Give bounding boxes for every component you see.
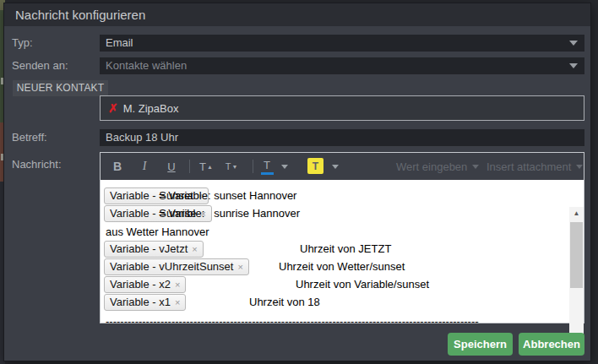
scrollbar-thumb[interactable] (570, 222, 583, 288)
chevron-down-icon[interactable] (329, 158, 341, 175)
message-label: Nachricht: (12, 156, 62, 173)
editor-row: aus Wetter Hannover (101, 223, 584, 240)
subject-input-value: Backup 18 Uhr (106, 131, 178, 144)
editor-row: Variable - vJetzt× Uhrzeit von JETZT (101, 241, 584, 258)
chip-remove-icon[interactable]: × (175, 280, 180, 290)
send-to-label: Senden an: (12, 57, 68, 74)
type-label: Typ: (12, 35, 33, 52)
variable-chip[interactable]: Variable - vJetzt× (104, 241, 204, 258)
variable-chip[interactable]: Variable - x1× (104, 294, 186, 311)
new-contact-button[interactable]: NEUER KONTAKT (13, 80, 108, 96)
editor-text: Uhrzeit von 18 (249, 296, 320, 308)
chip-remove-icon[interactable]: × (175, 297, 180, 307)
scroll-up-icon[interactable]: ▲ (569, 207, 584, 220)
contacts-select[interactable]: Kontakte wählen (100, 57, 584, 74)
insert-attachment-label: Insert attachment (487, 160, 571, 173)
text-color-bar (261, 172, 274, 175)
toolbar-divider (189, 160, 190, 173)
font-size-up-arrow-icon: ▲ (207, 164, 213, 170)
variable-chip-label: Variable - vUhrzeitSunset (110, 260, 233, 273)
underline-icon[interactable]: U (165, 158, 178, 175)
text-color-icon[interactable]: T (259, 158, 275, 175)
subject-input[interactable]: Backup 18 Uhr (100, 129, 584, 146)
editor-text: Uhrzeit von Variable/sunset (296, 278, 429, 291)
text-color-letter: T (264, 159, 270, 171)
variable-chip-label: Variable - vJetzt (110, 242, 188, 255)
editor-row: Variable - x1× Uhrzeit von 18 (101, 294, 584, 311)
subject-label: Betreff: (12, 129, 47, 146)
save-button[interactable]: Speichern (448, 333, 513, 356)
editor-text: ----------------------------------------… (106, 315, 479, 328)
font-size-down-icon[interactable]: T▼ (222, 158, 241, 175)
cancel-button[interactable]: Abbrechen (519, 333, 584, 356)
message-editor: B I U T▲ T▼ T T Wert eingeben Insert att… (100, 152, 584, 323)
type-select[interactable]: Email (100, 35, 584, 52)
insert-value-dropdown[interactable]: Wert eingeben (396, 158, 479, 175)
editor-text: aus Wetter Hannover (106, 225, 209, 238)
editor-text: Uhrzeit von Wetter/sunset (279, 260, 405, 273)
selected-contacts-box[interactable]: ✗ M. ZipaBox (100, 95, 584, 121)
editor-row: ----------------------------------------… (101, 312, 479, 329)
type-select-value: Email (106, 36, 133, 49)
editor-text: Uhrzeit von JETZT (300, 242, 391, 255)
highlight-color-icon[interactable]: T (307, 158, 323, 174)
chip-remove-icon[interactable]: × (192, 244, 197, 254)
editor-content[interactable]: Variable - Sunset× = Variable: sunset Ha… (101, 180, 584, 323)
variable-chip[interactable]: Variable - vUhrzeitSunset× (104, 258, 249, 275)
editor-text: = Varible: sunrise Hannover (159, 207, 300, 220)
font-size-up-icon[interactable]: T▲ (197, 158, 215, 175)
chevron-down-icon (569, 63, 578, 68)
contacts-select-placeholder: Kontakte wählen (106, 59, 187, 72)
variable-chip-label: Variable - x2 (110, 278, 171, 291)
insert-attachment-dropdown[interactable]: Insert attachment (487, 158, 583, 175)
dialog-title: Nachricht konfigurieren (4, 3, 590, 26)
remove-contact-icon[interactable]: ✗ (108, 101, 118, 115)
editor-scrollbar[interactable]: ▲ ▼ (569, 207, 584, 350)
chevron-down-icon (472, 165, 479, 169)
insert-value-label: Wert eingeben (396, 160, 467, 173)
italic-icon[interactable]: I (138, 158, 151, 175)
chevron-down-icon (569, 41, 578, 46)
editor-row: Variable - vUhrzeitSunset× Uhrzeit von W… (101, 258, 584, 275)
editor-row: Variable - Sunrise× = Varible: sunrise H… (101, 205, 584, 222)
chevron-down-icon[interactable] (279, 158, 291, 175)
bold-icon[interactable]: B (111, 158, 124, 175)
font-size-down-arrow-icon: ▼ (231, 164, 237, 170)
editor-text: = Variable: sunset Hannover (159, 189, 296, 202)
font-size-down-letter: T (226, 161, 231, 171)
font-size-up-letter: T (199, 160, 206, 173)
editor-row: Variable - Sunset× = Variable: sunset Ha… (101, 187, 584, 204)
variable-chip-label: Variable - x1 (110, 296, 171, 308)
editor-toolbar: B I U T▲ T▼ T T Wert eingeben Insert att… (101, 153, 584, 180)
chip-remove-icon[interactable]: × (237, 262, 242, 272)
message-configure-dialog: Nachricht konfigurieren Typ: Email Sende… (4, 3, 590, 361)
contact-chip-name: M. ZipaBox (123, 102, 179, 115)
editor-row: Variable - x2× Uhrzeit von Variable/suns… (101, 276, 584, 293)
toolbar-divider (253, 160, 253, 173)
chevron-down-icon (576, 165, 583, 169)
variable-chip[interactable]: Variable - x2× (104, 276, 186, 293)
